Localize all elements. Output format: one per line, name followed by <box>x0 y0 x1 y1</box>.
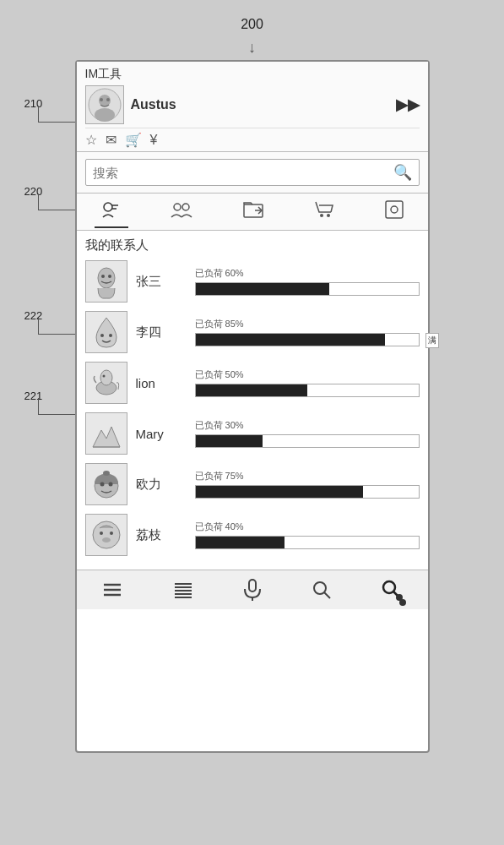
bottom-nav <box>77 570 428 609</box>
search-section: 🔍 <box>77 152 428 194</box>
star-icon[interactable]: ☆ <box>85 132 97 148</box>
svg-point-48 <box>314 582 326 594</box>
header-forward-arrow[interactable]: ▶▶ <box>396 95 420 114</box>
load-label: 已负荷 85% <box>195 318 420 330</box>
contact-name: Mary <box>136 427 187 441</box>
tab-settings[interactable] <box>378 199 410 225</box>
progress-bar-fill <box>196 283 329 295</box>
bottom-list-icon[interactable] <box>172 581 194 599</box>
contact-avatar <box>85 362 127 404</box>
contacts-section: 我的联系人 张三已负荷 60% 李四已负荷 85%满 lion已负荷 50% M… <box>77 231 428 570</box>
contact-item[interactable]: 李四已负荷 85%满 <box>85 311 420 353</box>
svg-point-30 <box>100 482 104 487</box>
svg-rect-46 <box>249 580 256 592</box>
svg-point-3 <box>100 98 103 101</box>
contacts-list: 张三已负荷 60% 李四已负荷 85%满 lion已负荷 50% Mary已负荷… <box>85 260 420 556</box>
contact-item[interactable]: Mary已负荷 30% <box>85 412 420 455</box>
progress-bar-bg <box>195 282 420 296</box>
svg-rect-14 <box>386 201 403 218</box>
contact-avatar <box>85 260 127 303</box>
svg-point-18 <box>101 275 105 278</box>
load-label: 已负荷 50% <box>195 368 420 381</box>
header-section: IM工具 Austus ▶▶ <box>77 62 428 152</box>
contact-item[interactable]: lion已负荷 50% <box>85 362 420 404</box>
search-bar[interactable]: 🔍 <box>85 159 420 186</box>
svg-point-32 <box>103 471 110 476</box>
full-label: 满 <box>425 333 439 348</box>
tab-contacts[interactable] <box>95 199 128 225</box>
svg-point-19 <box>108 275 111 278</box>
bottom-menu-icon[interactable] <box>101 581 123 599</box>
svg-point-13 <box>327 214 330 217</box>
header-icons-row: ☆ ✉ 🛒 ¥ <box>85 128 420 148</box>
svg-point-25 <box>100 370 112 385</box>
contact-name: 张三 <box>136 274 187 290</box>
contact-avatar <box>85 311 127 353</box>
yen-icon[interactable]: ¥ <box>150 133 158 148</box>
nav-tabs <box>77 194 428 231</box>
svg-point-21 <box>100 334 104 337</box>
diagram-label-top: 200 <box>0 17 504 32</box>
cart-icon[interactable]: 🛒 <box>125 132 142 148</box>
tab-folder[interactable] <box>236 199 272 225</box>
svg-point-15 <box>391 206 398 213</box>
svg-point-35 <box>100 532 103 535</box>
svg-point-52 <box>396 594 403 601</box>
progress-bar-fill <box>196 537 285 548</box>
progress-bar-bg <box>195 536 420 549</box>
svg-point-31 <box>108 482 112 487</box>
load-label: 已负荷 60% <box>195 267 420 280</box>
bottom-mic-icon[interactable] <box>243 579 262 601</box>
search-input[interactable] <box>93 166 393 180</box>
mail-icon[interactable]: ✉ <box>106 132 117 148</box>
user-name: Austus <box>131 97 389 112</box>
load-label: 已负荷 40% <box>195 521 420 533</box>
progress-bar-fill <box>196 435 263 447</box>
tab-cart[interactable] <box>307 199 343 225</box>
contact-name: 欧力 <box>136 477 187 493</box>
contact-item[interactable]: 张三已负荷 60% <box>85 260 420 303</box>
contact-right: 已负荷 85%满 <box>195 318 420 346</box>
bottom-search-icon[interactable] <box>312 580 332 600</box>
contact-right: 已负荷 50% <box>195 368 420 397</box>
phone-frame: IM工具 Austus ▶▶ <box>75 60 430 753</box>
progress-bar-bg: 满 <box>195 333 420 346</box>
bracket-222 <box>38 318 75 335</box>
user-avatar[interactable] <box>85 85 124 124</box>
svg-point-36 <box>110 532 113 535</box>
progress-bar-fill <box>196 334 385 346</box>
svg-point-22 <box>109 334 112 337</box>
svg-point-17 <box>98 268 115 288</box>
contact-item[interactable]: 欧力已负荷 75% <box>85 463 420 505</box>
svg-point-2 <box>95 108 115 122</box>
progress-bar-fill <box>196 486 363 498</box>
load-label: 已负荷 75% <box>195 470 420 482</box>
progress-bar-bg <box>195 485 420 499</box>
progress-bar-fill <box>196 384 307 396</box>
search-submit-icon[interactable]: 🔍 <box>393 163 412 182</box>
bracket-220 <box>38 194 75 210</box>
svg-point-50 <box>383 581 395 593</box>
svg-point-9 <box>182 204 189 210</box>
contact-name: 荔枝 <box>136 527 187 543</box>
app-title: IM工具 <box>85 67 420 82</box>
contact-avatar <box>85 463 127 505</box>
user-row: Austus ▶▶ <box>85 85 420 128</box>
contact-right: 已负荷 30% <box>195 419 420 448</box>
contact-right: 已负荷 75% <box>195 470 420 499</box>
contact-right: 已负荷 60% <box>195 267 420 296</box>
contact-avatar <box>85 412 127 455</box>
contact-avatar <box>85 514 127 556</box>
svg-point-37 <box>102 537 111 542</box>
svg-point-12 <box>320 214 323 217</box>
svg-point-8 <box>174 204 181 210</box>
svg-point-4 <box>106 98 110 101</box>
progress-bar-bg <box>195 384 420 397</box>
contact-item[interactable]: 荔枝已负荷 40% <box>85 514 420 556</box>
svg-point-26 <box>102 375 105 378</box>
load-label: 已负荷 30% <box>195 419 420 432</box>
contacts-title: 我的联系人 <box>85 237 420 254</box>
bottom-search-active-icon[interactable] <box>381 579 403 601</box>
contact-name: 李四 <box>136 324 187 341</box>
tab-groups[interactable] <box>164 199 201 225</box>
